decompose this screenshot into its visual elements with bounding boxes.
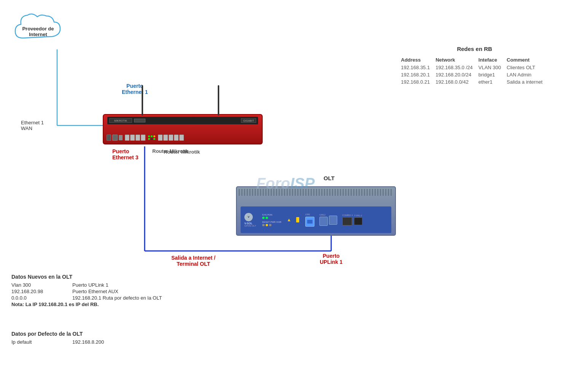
table-cell: Clientes OLT xyxy=(507,64,548,71)
datos-defecto-title: Datos por Defecto de la OLT xyxy=(11,331,104,337)
datos-nuevos-nota: Nota: La IP 192.168.20.1 es IP del RB. xyxy=(11,302,162,307)
watermark: ForoISP xyxy=(256,175,314,192)
col-address: Address xyxy=(401,56,435,64)
list-item: 192.168.20.98Puerto Ethernet AUX xyxy=(11,289,162,294)
table-cell: 192.168.35.1 xyxy=(401,64,435,71)
table-cell: 192.168.20.0/24 xyxy=(435,71,478,78)
table-cell: LAN Admin xyxy=(507,71,548,78)
info-val: 192.168.8.200 xyxy=(72,339,104,345)
olt-device: V V-SOL GPON OLT SYS PON RESET PWR OOB xyxy=(236,186,396,236)
list-item: Ip default192.168.8.200 xyxy=(11,339,104,345)
table-cell: 192.168.0.21 xyxy=(401,78,435,86)
cloud-label: Proveedor de Internet xyxy=(11,26,65,37)
puerto-uplink-label: PuertoUPLink 1 xyxy=(320,253,343,265)
info-val: Puerto Ethernet AUX xyxy=(72,289,118,294)
router-mikrotik-label: Router Mikrotik xyxy=(164,149,200,155)
olt-logo-line1: V-SOL xyxy=(244,222,256,225)
table-cell: ether1 xyxy=(478,78,507,86)
info-val: 192.168.20.1 Ruta por defecto en la OLT xyxy=(72,295,162,301)
info-key: 0.0.0.0 xyxy=(11,295,61,301)
table-cell: VLAN 300 xyxy=(478,64,507,71)
redes-rb-table: Redes en RB Address Network Inteface Com… xyxy=(401,46,548,86)
table-cell: Salida a internet xyxy=(507,78,548,86)
list-item: Vlan 300Puerto UPLink 1 xyxy=(11,282,162,288)
table-cell: bridge1 xyxy=(478,71,507,78)
table-cell: 192.168.20.1 xyxy=(401,71,435,78)
col-interface: Inteface xyxy=(478,56,507,64)
datos-nuevos-title: Datos Nuevos en la OLT xyxy=(11,274,162,280)
table-cell: 192.168.0.0/42 xyxy=(435,78,478,86)
antenna-right xyxy=(218,85,219,116)
puerto-eth3-label: PuertoEthernet 3 xyxy=(112,148,138,160)
olt-logo-line2: GPON OLT xyxy=(244,225,256,227)
info-key: Vlan 300 xyxy=(11,282,61,288)
table-cell: 192.168.35.0 /24 xyxy=(435,64,478,71)
router-mikrotik: MIKROTIK GIGABIT xyxy=(103,114,263,144)
puerto-eth1-label: PuertoEthernet 1 xyxy=(122,83,148,95)
antenna-left xyxy=(142,85,143,116)
datos-nuevos-section: Datos Nuevos en la OLT Vlan 300Puerto UP… xyxy=(11,274,162,307)
eth1-wan-label: Ethernet 1WAN xyxy=(21,120,44,131)
col-network: Network xyxy=(435,56,478,64)
olt-label: OLT xyxy=(324,175,335,181)
salida-internet-label: Salida a Internet /Terminal OLT xyxy=(171,255,215,267)
redes-rb-title: Redes en RB xyxy=(401,46,548,52)
list-item: 0.0.0.0192.168.20.1 Ruta por defecto en … xyxy=(11,295,162,301)
info-key: Ip default xyxy=(11,339,61,345)
datos-defecto-section: Datos por Defecto de la OLT Ip default19… xyxy=(11,331,104,346)
info-key: 192.168.20.98 xyxy=(11,289,61,294)
col-comment: Comment xyxy=(507,56,548,64)
info-val: Puerto UPLink 1 xyxy=(72,282,108,288)
